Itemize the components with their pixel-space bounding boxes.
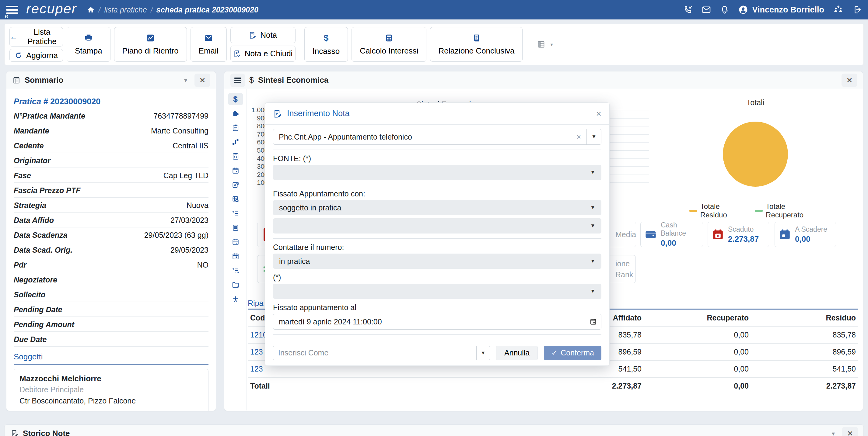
legend-item[interactable]: Totale Recuperato: [755, 202, 820, 219]
calculator-icon: [384, 33, 394, 42]
layout-dropdown[interactable]: ▾: [531, 27, 558, 62]
strip-dollar-icon[interactable]: $: [228, 93, 243, 105]
relazione-conclusiva-button[interactable]: Relazione Conclusiva: [430, 27, 523, 62]
fissato-con-label: Fissato Appuntamento con:: [273, 188, 601, 198]
ripartizione-link[interactable]: Ripa: [248, 299, 263, 308]
strip-calendar-day-icon[interactable]: [228, 250, 243, 262]
strip-person-icon[interactable]: [228, 293, 243, 305]
piano-di-rientro-button[interactable]: Piano di Rientro: [114, 27, 187, 62]
summary-row: Data Scad. Orig. 29/05/2023: [14, 242, 209, 257]
bell-icon[interactable]: [720, 5, 730, 14]
user-menu[interactable]: Vincenzo Borriello: [738, 5, 824, 15]
modal-close-icon[interactable]: ×: [596, 108, 601, 119]
note-type-rest: - Appuntamento telefonico: [321, 133, 412, 141]
pie-chart-title: Totali: [710, 98, 801, 107]
sommario-rows: N°Pratica Mandante 7634778897499 Mandant…: [14, 108, 209, 346]
collapse-caret-icon[interactable]: ▾: [829, 430, 838, 436]
pratica-number: 20230009020: [50, 97, 100, 106]
soggetto-card[interactable]: Mazzocchi Melchiorre Debitore Principale…: [14, 369, 209, 411]
legend-item[interactable]: Totale Residuo: [689, 202, 744, 219]
strip-calendar-12-icon[interactable]: 12: [228, 236, 243, 248]
card-a-scadere[interactable]: A Scadere 0,00: [775, 222, 836, 247]
home-icon[interactable]: [87, 6, 95, 14]
incasso-button[interactable]: $ Incasso: [304, 27, 348, 62]
breadcrumb-lista-pratiche[interactable]: lista pratiche: [104, 5, 147, 14]
note-type-select[interactable]: Phc.Cnt.App - Appuntamento telefonico × …: [273, 129, 601, 145]
cash-balance-value: 0,00: [661, 238, 699, 248]
summary-row: Mandante Marte Consulting: [14, 123, 209, 138]
numero-select[interactable]: in pratica▼: [273, 254, 601, 269]
logout-icon[interactable]: [852, 5, 862, 14]
stampa-button[interactable]: Stampa: [67, 27, 111, 62]
strip-table-search-icon[interactable]: [228, 193, 243, 205]
select-caret-icon: ▼: [590, 169, 595, 175]
user-avatar-icon: [738, 5, 748, 15]
calendar-picker-icon[interactable]: [585, 314, 601, 329]
handover-people-icon[interactable]: [833, 5, 844, 14]
strip-calendar-icon[interactable]: [228, 165, 243, 177]
nota-button[interactable]: Nota: [230, 27, 296, 43]
soggetto-detail-select[interactable]: ▼: [273, 218, 601, 234]
svg-text:12: 12: [234, 242, 237, 245]
totali-pie-chart[interactable]: [723, 122, 788, 187]
strip-add-list-icon[interactable]: [228, 207, 243, 220]
legend-dash-icon: [755, 210, 763, 212]
strip-clipboard-plus-icon[interactable]: [228, 122, 243, 134]
phone-incoming-icon[interactable]: [683, 5, 693, 14]
printer-icon: [84, 33, 93, 42]
email-button[interactable]: Email: [190, 27, 227, 62]
tool-icon-strip: $ 12: [224, 90, 247, 410]
aggiorna-button[interactable]: Aggiorna: [9, 49, 63, 62]
strip-add-list-braces-icon[interactable]: [228, 265, 243, 277]
nota-e-chiudi-button[interactable]: Nota e Chiudi: [230, 45, 296, 62]
note-history-icon: [11, 430, 19, 436]
fonte-select[interactable]: ▼: [273, 165, 601, 180]
appointment-datetime-input[interactable]: martedì 9 aprile 2024 11:00:00: [273, 314, 601, 330]
summary-row: Due Date: [14, 332, 209, 346]
strip-folder-plus-icon[interactable]: [228, 279, 243, 291]
card-scaduto[interactable]: x Scaduto 2.273,87: [708, 222, 769, 247]
summary-row: Cedente Central IIS: [14, 138, 209, 153]
lista-pratiche-button[interactable]: ← Lista Pratiche: [9, 27, 63, 46]
a-scadere-value: 0,00: [795, 234, 827, 244]
strip-puzzle-icon[interactable]: [228, 107, 243, 120]
clear-selection-icon[interactable]: ×: [571, 133, 587, 141]
calendar-day-blue-icon: [778, 228, 791, 241]
select-caret-icon: ▼: [590, 288, 595, 294]
dollar-title-icon: $: [249, 75, 254, 85]
soggetto-address: Ctr Boscoincantato, Pizzo Falcone: [20, 397, 203, 405]
close-sommario-button[interactable]: ×: [194, 74, 210, 87]
pratica-number-heading: Pratica # 20230009020: [14, 97, 209, 106]
datetime-value: martedì 9 aprile 2024 11:00:00: [273, 317, 585, 326]
soggetto-rows: NDG 4736617203720 Data di nascita 09/05/…: [20, 406, 203, 411]
select-caret-icon[interactable]: ▼: [587, 129, 601, 144]
app-logo[interactable]: recuper: [26, 1, 77, 17]
collapse-caret-icon[interactable]: ▾: [181, 77, 190, 84]
strip-clipboard-code-icon[interactable]: [228, 150, 243, 162]
strip-flow-icon[interactable]: [228, 136, 243, 148]
fissato-al-label: Fissato appuntamento al: [273, 302, 601, 312]
strip-note-icon[interactable]: [228, 222, 243, 234]
inserisci-come-select[interactable]: Inserisci Come ▼: [273, 346, 490, 360]
close-sintesi-button[interactable]: ×: [841, 74, 857, 87]
soggetto-role: Debitore Principale: [20, 385, 203, 394]
select-caret-icon: ▼: [590, 223, 595, 229]
sommario-panel: Sommario ▾ × Pratica # 20230009020 N°Pra…: [6, 71, 216, 411]
soggetto-select[interactable]: soggetto in pratica▼: [273, 200, 601, 215]
mail-icon[interactable]: [702, 5, 711, 14]
col-recuperato[interactable]: Recuperato: [642, 313, 749, 322]
check-icon: ✓: [551, 348, 558, 357]
panel-menu-icon[interactable]: [230, 74, 245, 87]
annulla-button[interactable]: Annulla: [496, 346, 538, 360]
strip-doc-attach-icon[interactable]: [228, 179, 243, 191]
numero-detail-select[interactable]: ▼: [273, 284, 601, 299]
calcolo-interessi-button[interactable]: Calcolo Interessi: [351, 27, 426, 62]
card-cash-balance[interactable]: Cash Balance 0,00: [640, 222, 703, 247]
summary-row: Pending Date: [14, 302, 209, 317]
user-name: Vincenzo Borriello: [752, 5, 824, 14]
book-icon: [472, 33, 481, 42]
note-check-icon: [233, 50, 241, 58]
conferma-button[interactable]: ✓ Conferma: [544, 346, 601, 360]
col-residuo[interactable]: Residuo: [749, 313, 856, 322]
close-storico-button[interactable]: ×: [842, 427, 858, 436]
